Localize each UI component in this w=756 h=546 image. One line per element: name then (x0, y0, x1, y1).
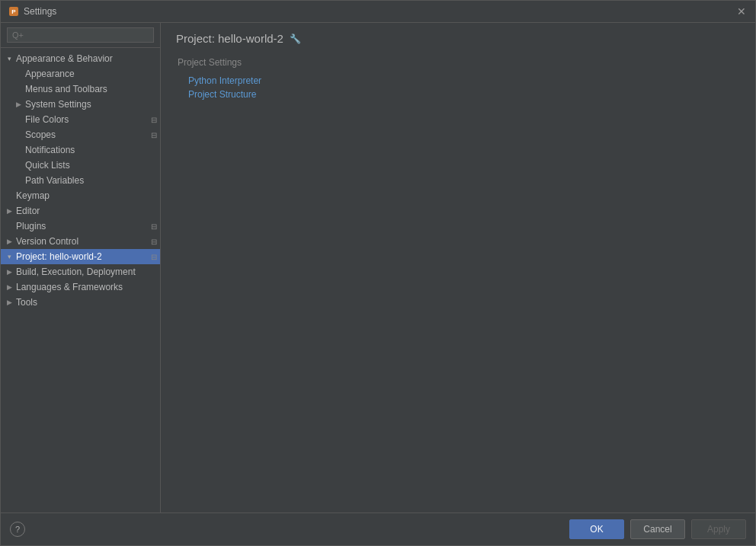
chevron-icon: ▶ (4, 297, 14, 308)
sidebar-item-label: Quick Lists (24, 159, 157, 171)
sidebar-item-label: Build, Execution, Deployment (14, 266, 157, 278)
sidebar-item-editor[interactable]: ▶ Editor (1, 203, 160, 219)
python-interpreter-link[interactable]: Python Interpreter (176, 74, 740, 88)
sidebar-item-file-colors[interactable]: File Colors ⊟ (1, 112, 160, 127)
spacer-icon (13, 84, 24, 94)
sidebar-item-label: Appearance (24, 68, 157, 80)
sidebar-item-label: Path Variables (24, 174, 157, 187)
apply-button[interactable]: Apply (691, 519, 746, 539)
spacer-icon (13, 114, 24, 125)
sidebar-item-version-control[interactable]: ▶ Version Control ⊟ (1, 234, 160, 249)
chevron-icon: ▶ (4, 206, 14, 216)
chevron-icon: ▾ (4, 251, 14, 262)
sidebar-item-label: System Settings (24, 98, 157, 110)
app-icon: P (8, 6, 19, 17)
spacer-icon (13, 129, 24, 140)
dialog-body: ▾ Appearance & Behavior Appearance Menus… (1, 23, 755, 512)
expand-icon: ⊟ (151, 253, 157, 261)
search-input[interactable] (7, 27, 154, 43)
chevron-icon: ▶ (4, 282, 14, 292)
settings-dialog: P Settings ✕ ▾ Appearance & Behavior App… (0, 0, 756, 546)
svg-text:P: P (11, 8, 16, 15)
sidebar-item-label: Project: hello-world-2 (14, 251, 149, 263)
sidebar-item-label: Scopes (24, 129, 149, 141)
spacer-icon (4, 190, 14, 201)
sidebar-item-appearance-behavior[interactable]: ▾ Appearance & Behavior (1, 51, 160, 66)
footer: ? OK Cancel Apply (1, 512, 755, 545)
sidebar: ▾ Appearance & Behavior Appearance Menus… (1, 23, 161, 512)
sidebar-item-languages-frameworks[interactable]: ▶ Languages & Frameworks (1, 279, 160, 295)
footer-left: ? (10, 522, 25, 537)
cancel-button[interactable]: Cancel (630, 519, 685, 539)
project-title: Project: hello-world-2 (176, 32, 284, 45)
sidebar-item-tools[interactable]: ▶ Tools (1, 295, 160, 310)
project-structure-link[interactable]: Project Structure (176, 88, 740, 101)
spacer-icon (13, 175, 24, 186)
sidebar-item-label: Menus and Toolbars (24, 83, 157, 95)
sidebar-item-quick-lists[interactable]: Quick Lists (1, 158, 160, 173)
sidebar-item-label: Tools (14, 296, 157, 308)
project-settings-icon: 🔧 (290, 34, 301, 44)
search-box (1, 23, 160, 48)
sidebar-item-build-execution-deployment[interactable]: ▶ Build, Execution, Deployment (1, 264, 160, 279)
sidebar-item-label: Plugins (14, 220, 149, 232)
project-header: Project: hello-world-2 🔧 (176, 32, 740, 45)
sidebar-item-label: Notifications (24, 144, 157, 156)
spacer-icon (4, 221, 14, 231)
sidebar-item-path-variables[interactable]: Path Variables (1, 173, 160, 188)
sidebar-item-menus-toolbars[interactable]: Menus and Toolbars (1, 81, 160, 97)
title-bar-left: P Settings (8, 6, 56, 17)
sidebar-item-plugins[interactable]: Plugins ⊟ (1, 219, 160, 234)
sidebar-item-keymap[interactable]: Keymap (1, 188, 160, 203)
close-button[interactable]: ✕ (735, 5, 748, 18)
footer-right: OK Cancel Apply (569, 519, 746, 539)
chevron-icon: ▶ (4, 236, 14, 247)
spacer-icon (13, 160, 24, 171)
sidebar-item-label: Keymap (14, 190, 157, 202)
sidebar-item-system-settings[interactable]: ▶ System Settings (1, 97, 160, 112)
sidebar-item-label: Version Control (14, 235, 149, 247)
dialog-title: Settings (24, 6, 56, 17)
spacer-icon (13, 145, 24, 155)
main-content: Project: hello-world-2 🔧 Project Setting… (161, 23, 755, 512)
sidebar-item-scopes[interactable]: Scopes ⊟ (1, 127, 160, 142)
sidebar-item-notifications[interactable]: Notifications (1, 142, 160, 158)
settings-tree: ▾ Appearance & Behavior Appearance Menus… (1, 48, 160, 512)
section-label: Project Settings (178, 57, 740, 68)
sidebar-item-label: Languages & Frameworks (14, 281, 157, 293)
chevron-icon: ▶ (4, 267, 14, 277)
sidebar-item-appearance[interactable]: Appearance (1, 66, 160, 81)
expand-icon: ⊟ (151, 116, 157, 124)
expand-icon: ⊟ (151, 238, 157, 246)
help-button[interactable]: ? (10, 522, 25, 537)
ok-button[interactable]: OK (569, 519, 624, 539)
spacer-icon (13, 69, 24, 79)
title-bar: P Settings ✕ (1, 1, 755, 23)
sidebar-item-label: File Colors (24, 113, 149, 126)
sidebar-item-label: Editor (14, 205, 157, 217)
chevron-icon: ▾ (4, 53, 14, 64)
expand-icon: ⊟ (151, 131, 157, 139)
chevron-icon: ▶ (13, 99, 24, 110)
sidebar-item-label: Appearance & Behavior (14, 53, 157, 65)
sidebar-item-project-hello-world-2[interactable]: ▾ Project: hello-world-2 ⊟ (1, 249, 160, 264)
expand-icon: ⊟ (151, 222, 157, 231)
